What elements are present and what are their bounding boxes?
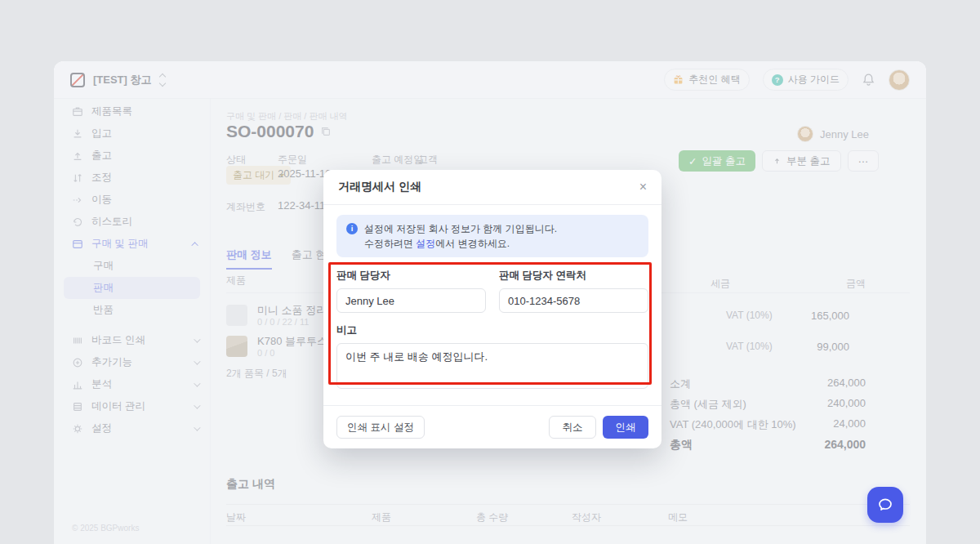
note-textarea[interactable]: 이번 주 내로 배송 예정입니다. [336, 343, 648, 389]
info-banner-text: 설정에 저장된 회사 정보가 함께 기입됩니다. 수정하려면 설정에서 변경하세… [364, 221, 557, 251]
contact-field-label: 판매 담당자 연락처 [499, 269, 648, 283]
note-field-label: 비고 [336, 323, 648, 337]
info-line2-suffix: 에서 변경하세요. [435, 238, 510, 249]
print-statement-modal: 거래명세서 인쇄 × i 설정에 저장된 회사 정보가 함께 기입됩니다. 수정… [323, 170, 662, 448]
info-banner: i 설정에 저장된 회사 정보가 함께 기입됩니다. 수정하려면 설정에서 변경… [336, 215, 648, 257]
manager-field-label: 판매 담당자 [336, 269, 486, 283]
modal-title: 거래명세서 인쇄 [338, 180, 421, 194]
print-button[interactable]: 인쇄 [603, 416, 648, 439]
chat-button[interactable] [867, 487, 903, 523]
info-line1: 설정에 저장된 회사 정보가 함께 기입됩니다. [364, 223, 557, 234]
cancel-button[interactable]: 취소 [549, 416, 596, 439]
manager-input[interactable] [336, 288, 486, 313]
settings-link[interactable]: 설정 [416, 238, 435, 249]
contact-input[interactable] [499, 288, 648, 313]
print-display-settings-button[interactable]: 인쇄 표시 설정 [336, 416, 425, 439]
chat-icon [877, 497, 893, 513]
close-icon[interactable]: × [639, 181, 647, 194]
info-icon: i [346, 223, 358, 234]
info-line2-prefix: 수정하려면 [364, 238, 416, 249]
